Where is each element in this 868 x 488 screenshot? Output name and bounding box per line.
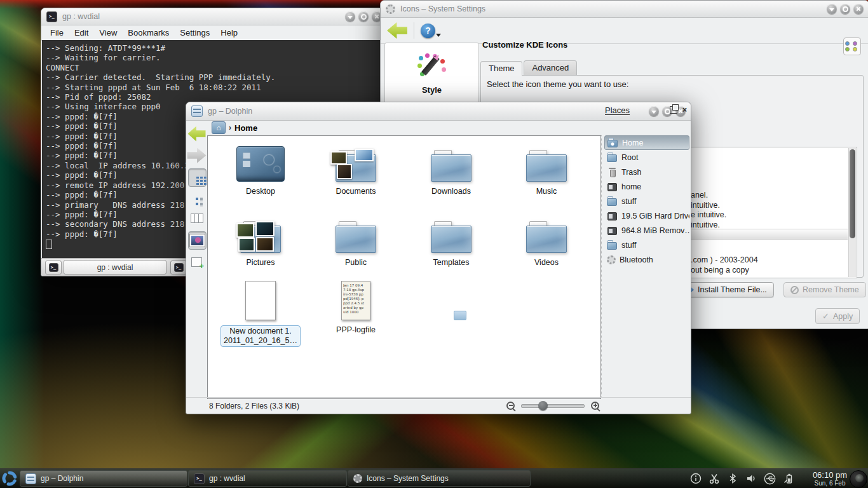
- detach-panel-icon[interactable]: [670, 106, 677, 114]
- preview-icon: [190, 234, 205, 247]
- blue-dot-icon: [845, 41, 850, 46]
- places-item-bluetooth[interactable]: Bluetooth: [604, 252, 689, 267]
- minimize-button[interactable]: [827, 4, 837, 14]
- apply-button[interactable]: ✓ Apply: [815, 308, 860, 324]
- menu-file[interactable]: File: [50, 28, 64, 37]
- tab-bar: Theme Advanced: [480, 62, 577, 76]
- columns-view-icon: [191, 214, 203, 223]
- maximize-button[interactable]: [840, 4, 850, 14]
- back-arrow-icon: [188, 126, 206, 142]
- split-view-button[interactable]: +: [188, 254, 205, 271]
- folder-item-templates[interactable]: Templates: [403, 214, 499, 268]
- back-button[interactable]: [188, 125, 205, 142]
- places-item-root[interactable]: Root: [604, 150, 689, 165]
- tab-list-button[interactable]: >_: [170, 261, 187, 274]
- menu-view[interactable]: View: [99, 28, 117, 37]
- places-item-home[interactable]: Home: [604, 135, 689, 150]
- sidebar-item-style[interactable]: Style: [385, 85, 478, 95]
- bluetooth-icon: [607, 255, 616, 264]
- status-text: 8 Folders, 2 Files (3.3 KiB): [209, 402, 299, 410]
- system-settings-toolbar: ?: [381, 18, 868, 44]
- places-item-home-partition[interactable]: home: [604, 179, 689, 194]
- folder-item-pictures[interactable]: Pictures: [213, 214, 308, 268]
- clock-time: 06:10 pm: [810, 471, 850, 480]
- desktop-folder-icon: [236, 146, 285, 182]
- tab-theme[interactable]: Theme: [480, 61, 522, 76]
- overview-button[interactable]: [843, 37, 861, 55]
- battery-icon[interactable]: [782, 472, 795, 485]
- folder-item-videos[interactable]: Videos: [499, 214, 594, 268]
- home-icon[interactable]: ⌂: [212, 121, 226, 134]
- system-settings-titlebar[interactable]: Icons – System Settings: [381, 1, 868, 18]
- file-item-ppp-logfile[interactable]: Jan 17 09:4 7:18 gp-Asp ire-5738 pp pd[1…: [308, 278, 403, 335]
- style-icon[interactable]: [417, 53, 447, 83]
- menu-bookmarks[interactable]: Bookmarks: [128, 28, 169, 37]
- new-tab-button[interactable]: >_: [45, 261, 62, 274]
- bluetooth-icon[interactable]: [726, 472, 739, 485]
- details-view-button[interactable]: [188, 190, 205, 207]
- icons-view-button[interactable]: [188, 168, 207, 187]
- folder-icon: [431, 150, 471, 182]
- folder-item-desktop[interactable]: Desktop: [213, 142, 308, 196]
- folder-view[interactable]: Desktop Documents Downloads: [207, 135, 601, 399]
- folder-item-public[interactable]: Public: [308, 214, 403, 268]
- places-item-stuff[interactable]: stuff: [604, 194, 689, 208]
- close-button[interactable]: [853, 4, 864, 14]
- zoom-out-icon[interactable]: [506, 402, 515, 410]
- terminal-tab[interactable]: gp : wvdial: [64, 260, 166, 274]
- back-arrow-icon[interactable]: [387, 22, 407, 39]
- taskbar: gp – Dolphin >_ gp : wvdial Icons – Syst…: [0, 468, 868, 488]
- places-title: Places: [605, 105, 630, 115]
- app-launcher-button[interactable]: [1, 470, 18, 487]
- scrollbar-thumb[interactable]: [850, 149, 855, 238]
- zoom-slider[interactable]: [521, 404, 585, 408]
- folder-item-documents[interactable]: Documents: [308, 142, 403, 196]
- plasma-toolbox-icon[interactable]: [850, 470, 867, 488]
- no-entry-icon: [790, 286, 799, 294]
- terminal-icon: >_: [49, 263, 58, 272]
- columns-view-button[interactable]: [188, 210, 205, 227]
- zoom-slider-thumb[interactable]: [538, 401, 548, 410]
- places-item-trash[interactable]: Trash: [604, 165, 689, 179]
- clock[interactable]: 06:10 pm Sun, 6 Feb: [810, 470, 850, 487]
- install-theme-button[interactable]: Install Theme File...: [679, 282, 774, 297]
- terminal-icon: >_: [174, 263, 184, 272]
- menu-help[interactable]: Help: [220, 28, 238, 37]
- help-button[interactable]: ?: [421, 24, 435, 38]
- terminal-titlebar[interactable]: >_ gp : wvdial: [41, 8, 387, 25]
- split-view-icon: +: [191, 257, 202, 267]
- folder-icon: [607, 196, 618, 206]
- theme-list-text: anel. intuitive. e intuitive. intuitive.: [691, 191, 726, 230]
- usb-device-icon[interactable]: [763, 472, 776, 485]
- breadcrumb-home[interactable]: Home: [234, 123, 257, 133]
- zoom-in-icon[interactable]: [591, 402, 599, 410]
- menu-edit[interactable]: Edit: [74, 28, 88, 37]
- desktop: >_ gp : wvdial File Edit View Bookmarks …: [0, 0, 868, 488]
- task-system-settings[interactable]: Icons – System Settings: [348, 470, 531, 487]
- minimize-button[interactable]: [345, 11, 355, 22]
- maximize-button[interactable]: [358, 11, 369, 22]
- file-item-new-document[interactable]: New document 1.2011_01_20_16_5…: [213, 278, 308, 347]
- folder-item-music[interactable]: Music: [499, 142, 594, 196]
- scrollbar[interactable]: [848, 148, 856, 277]
- volume-icon[interactable]: [745, 472, 757, 485]
- terminal-cursor: [46, 240, 52, 249]
- klipper-scissors-icon[interactable]: [708, 472, 721, 485]
- breadcrumb: ⌂ › Home: [186, 120, 691, 135]
- preview-button[interactable]: [188, 231, 207, 250]
- device-notifier-icon[interactable]: [689, 472, 702, 485]
- folder-item-downloads[interactable]: Downloads: [403, 142, 499, 196]
- tab-advanced[interactable]: Advanced: [524, 60, 577, 76]
- remove-theme-button[interactable]: Remove Theme: [783, 282, 866, 297]
- places-item-stuff-2[interactable]: stuff: [604, 238, 689, 252]
- places-item-removable[interactable]: 964.8 MiB Remov…: [604, 223, 689, 238]
- home-folder-icon: [607, 138, 618, 147]
- task-dolphin[interactable]: gp – Dolphin: [20, 470, 187, 487]
- menu-settings[interactable]: Settings: [180, 28, 210, 37]
- yellow-dot-icon: [853, 47, 857, 51]
- task-wvdial[interactable]: >_ gp : wvdial: [188, 470, 347, 487]
- close-panel-icon[interactable]: ×: [682, 106, 687, 114]
- places-item-hard-drive[interactable]: 19.5 GiB Hard Drive: [604, 208, 689, 223]
- details-view-icon: [196, 198, 198, 200]
- forward-button[interactable]: [188, 147, 205, 164]
